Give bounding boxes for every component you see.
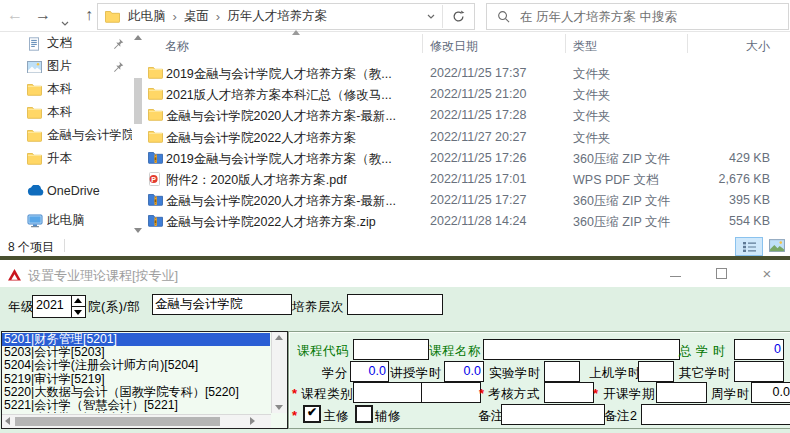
scrollbar-thumb[interactable] [134, 78, 142, 124]
sidebar-item[interactable]: 本科 [0, 101, 148, 124]
department-input[interactable]: 金融与会计学院 [152, 294, 292, 315]
total-hours-input[interactable]: 0 [734, 339, 784, 360]
column-header-name[interactable]: 名称 [165, 38, 189, 55]
address-dropdown-chevron-icon[interactable] [420, 14, 442, 19]
column-divider[interactable] [687, 34, 688, 53]
assess-label: 考核方式 [488, 386, 540, 403]
column-divider[interactable] [565, 34, 566, 53]
other-hours-input[interactable] [734, 361, 784, 382]
file-row[interactable]: 金融与会计学院2022人才培养方案.zip2022/11/28 14:24360… [148, 211, 790, 232]
file-row[interactable]: 金融与会计学院2022人才培养方案2022/11/27 20:27文件夹 [148, 127, 790, 148]
file-row[interactable]: 金融与会计学院2020人才培养方案-最新...2022/11/25 17:28文… [148, 105, 790, 126]
major-list-item[interactable]: 5221|会计学（智慧会计）[5221] [2, 412, 270, 413]
breadcrumb-this-pc[interactable]: 此电脑 [126, 8, 168, 25]
major-checkbox[interactable]: ✔ [303, 405, 321, 423]
doc-icon [27, 37, 47, 51]
computer-hours-input[interactable] [638, 361, 674, 382]
sidebar-list: 文档图片本科本科金融与会计学院2升本OneDrive此电脑 [0, 32, 148, 232]
file-row[interactable]: 金融与会计学院2020人才培养方案-最新...2022/11/25 17:273… [148, 190, 790, 211]
onedrive-icon [27, 185, 47, 196]
course-type-input-2[interactable] [421, 382, 481, 403]
assess-input[interactable] [544, 382, 594, 403]
file-name: 2019金融与会计学院人才培养方案（教... [166, 151, 392, 168]
column-header-size[interactable]: 大小 [695, 38, 770, 55]
scroll-left-icon[interactable] [5, 417, 10, 425]
major-list-item[interactable]: 5219|审计学[5219] [2, 373, 270, 386]
search-input[interactable] [518, 9, 788, 25]
course-code-input[interactable] [353, 339, 429, 360]
minor-checkbox[interactable] [355, 405, 373, 423]
spin-down-icon[interactable] [72, 307, 85, 317]
note1-input[interactable] [501, 404, 605, 425]
scroll-down-icon[interactable] [134, 228, 142, 233]
file-name: 2019金融与会计学院人才培养方案（教... [166, 66, 392, 83]
sidebar-item[interactable]: 本科 [0, 78, 148, 101]
scroll-down-icon[interactable] [275, 405, 283, 410]
pin-icon [113, 61, 124, 72]
spinner-arrows[interactable] [71, 296, 85, 317]
address-bar[interactable]: 此电脑 › 桌面 › 历年人才培养方案 [97, 3, 475, 30]
back-button[interactable]: ← [4, 4, 26, 26]
pdf-file-icon: P [148, 172, 161, 186]
file-row[interactable]: 2021版人才培养方案本科汇总（修改马...2022/11/25 21:20文件… [148, 84, 790, 105]
file-row[interactable]: 2019金融与会计学院人才培养方案（教...2022/11/25 17:37文件… [148, 63, 790, 84]
scrollbar-thumb[interactable] [15, 417, 220, 426]
sidebar-item[interactable]: 金融与会计学院2 [0, 124, 148, 147]
majors-horizontal-scrollbar[interactable] [2, 414, 271, 428]
forward-button[interactable]: → [32, 4, 54, 26]
exp-hours-input[interactable] [544, 361, 580, 382]
minimize-button[interactable] [658, 260, 692, 287]
level-input[interactable] [347, 294, 443, 315]
file-date: 2022/11/25 17:26 [430, 151, 526, 165]
maximize-button[interactable] [704, 260, 738, 287]
credit-input[interactable]: 0.0 [350, 361, 389, 382]
file-date: 2022/11/25 17:27 [430, 193, 526, 207]
recent-locations-chevron-icon[interactable] [58, 10, 72, 32]
scroll-right-icon[interactable] [250, 417, 255, 425]
major-list-item[interactable]: 5204|会计学(注册会计师方向)[5204] [2, 359, 270, 372]
exp-hours-label: 实验学时 [489, 365, 541, 382]
grade-value: 2021 [33, 296, 71, 317]
term-input[interactable] [656, 382, 707, 403]
course-type-input[interactable] [353, 382, 423, 403]
close-button[interactable]: × [750, 260, 784, 287]
sidebar-item[interactable]: OneDrive [0, 179, 148, 202]
major-list-item[interactable]: 5220|大数据与会计（国教学院专科）[5220] [2, 386, 270, 399]
folder-file-icon [148, 108, 163, 121]
sidebar-item[interactable]: 此电脑 [0, 209, 148, 232]
file-size: 554 KB [695, 214, 770, 228]
breadcrumb-current-folder[interactable]: 历年人才培养方案 [225, 8, 329, 25]
scroll-up-icon[interactable] [275, 335, 283, 340]
computer-icon [27, 214, 47, 228]
grade-spinner[interactable]: 2021 [32, 295, 86, 318]
details-view-button[interactable] [735, 237, 763, 256]
sidebar-item[interactable]: 图片 [0, 55, 148, 78]
file-row[interactable]: 2019金融与会计学院人才培养方案（教...2022/11/25 17:2636… [148, 148, 790, 169]
dialog-title: 设置专业理论课程[按专业] [28, 267, 178, 285]
chevron-right-icon: › [216, 9, 220, 24]
zip-file-icon [148, 151, 163, 164]
course-name-input[interactable] [483, 339, 680, 360]
spin-up-icon[interactable] [72, 296, 85, 307]
sidebar-item[interactable]: 文档 [0, 32, 148, 55]
majors-vertical-scrollbar[interactable] [271, 332, 287, 413]
teach-hours-label: 讲授学时 [390, 365, 442, 382]
teach-hours-input[interactable]: 0.0 [444, 361, 484, 382]
column-header-type[interactable]: 类型 [573, 38, 597, 55]
sidebar-scrollbar[interactable] [132, 32, 144, 236]
status-bar: 8 个项目 [0, 236, 790, 256]
sidebar-item[interactable]: 升本 [0, 147, 148, 170]
file-row[interactable]: P附件2：2020版人才培养方案.pdf2022/11/25 17:01WPS … [148, 169, 790, 190]
search-box[interactable] [486, 3, 789, 30]
breadcrumb-desktop[interactable]: 桌面 [182, 8, 211, 25]
total-hours-label: 总 学 时 [679, 343, 726, 360]
weekly-hours-input[interactable]: 0.0 [751, 382, 790, 403]
computer-hours-label: 上机学时 [589, 365, 641, 382]
scroll-up-icon[interactable] [134, 35, 142, 40]
column-divider[interactable] [422, 34, 423, 53]
item-count: 8 个项目 [8, 239, 54, 256]
refresh-icon[interactable] [443, 10, 474, 23]
thumbnails-view-button[interactable] [764, 237, 790, 254]
note2-input[interactable] [641, 404, 790, 425]
column-header-date[interactable]: 修改日期 [430, 38, 478, 55]
